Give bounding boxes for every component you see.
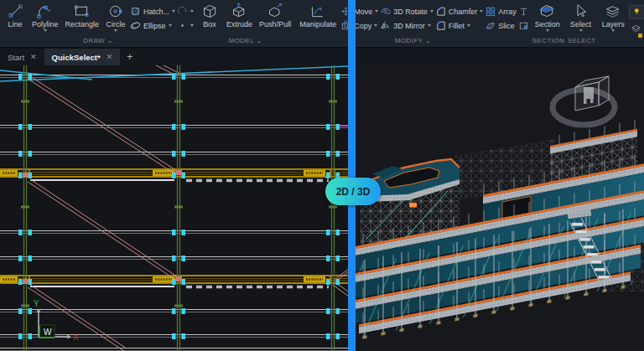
new-tab-button[interactable]: + bbox=[120, 49, 139, 65]
manipulate-icon bbox=[309, 3, 327, 20]
ucs-x-label: X bbox=[73, 333, 79, 342]
chamfer-icon bbox=[435, 6, 446, 17]
button-label: Move bbox=[354, 8, 372, 16]
lookfrom-widget[interactable] bbox=[553, 76, 615, 125]
tab-quickselect[interactable]: QuickSelect* ✕ bbox=[44, 49, 121, 65]
box-icon bbox=[201, 3, 219, 20]
ellipse-button[interactable]: Ellipse bbox=[130, 20, 175, 31]
tab-start-label: Start bbox=[8, 53, 24, 62]
arc-icon bbox=[177, 6, 188, 17]
split-divider[interactable] bbox=[348, 0, 356, 351]
viewport-button[interactable] bbox=[518, 20, 529, 31]
3d-rotate-button[interactable]: 3D Rotate bbox=[380, 6, 434, 17]
button-label: Slice bbox=[498, 22, 515, 30]
chevron-down-icon bbox=[374, 24, 377, 27]
button-label: Line bbox=[8, 21, 22, 28]
ribbon-group-label: SELECT bbox=[568, 36, 596, 46]
select-icon bbox=[572, 3, 589, 20]
close-icon[interactable]: ✕ bbox=[106, 53, 113, 61]
bulb-icon bbox=[633, 8, 642, 17]
scaffold-elevation-drawing: W Y X bbox=[0, 65, 349, 351]
chevron-down-icon bbox=[467, 24, 470, 27]
button-label: Box bbox=[203, 21, 216, 28]
chevron-down-icon bbox=[579, 29, 583, 32]
ribbon-group-label: MODEL ⌄ bbox=[197, 36, 293, 46]
chevron-down-icon bbox=[190, 24, 194, 27]
chevron-down-icon bbox=[44, 29, 47, 32]
extrude-icon bbox=[231, 3, 248, 20]
viewport-icon bbox=[518, 20, 529, 31]
box-button[interactable]: Box bbox=[197, 2, 222, 29]
ribbon-group-modify: ManipulateMoveCopy3D Rotate3D MirrorCham… bbox=[296, 0, 530, 47]
slice-button[interactable]: Slice bbox=[485, 20, 517, 31]
scaffold-posts bbox=[21, 65, 337, 351]
ribbon-group-select: SelectSELECT bbox=[567, 0, 597, 47]
fillet-button[interactable]: Fillet bbox=[435, 20, 484, 31]
tab-quickselect-label: QuickSelect* bbox=[52, 53, 101, 62]
viewport-3d[interactable] bbox=[356, 65, 644, 351]
pin-icon bbox=[518, 6, 529, 17]
move-button[interactable]: Move bbox=[340, 6, 378, 17]
manipulate-button[interactable]: Manipulate bbox=[297, 2, 339, 29]
polyline-button[interactable]: Polyline bbox=[29, 2, 61, 33]
rectangle-icon bbox=[73, 3, 91, 20]
layers-icon bbox=[605, 3, 622, 20]
button-label: Layers bbox=[602, 21, 625, 28]
layer-tool-badge bbox=[638, 34, 642, 38]
viewport-2d[interactable]: W Y X bbox=[0, 65, 349, 351]
section-icon bbox=[538, 3, 556, 20]
ellipse-icon bbox=[130, 20, 141, 31]
3d-mirror-button[interactable]: 3D Mirror bbox=[380, 20, 434, 31]
layers-button[interactable]: Layers bbox=[600, 2, 627, 33]
copy-button[interactable]: Copy bbox=[340, 20, 378, 31]
arc-button[interactable] bbox=[177, 6, 194, 17]
chevron-down-icon bbox=[428, 24, 431, 27]
section-button[interactable]: Section bbox=[532, 2, 563, 33]
ribbon-group-section: SectionSECTION bbox=[532, 0, 565, 47]
button-label: Rectangle bbox=[65, 21, 100, 28]
component-label bbox=[0, 170, 325, 176]
ltool-icon bbox=[631, 23, 641, 34]
layer-dropdown[interactable]: Staircase bbox=[629, 5, 644, 19]
button-label: Push/Pull bbox=[259, 21, 291, 28]
button-label: Chamfer bbox=[449, 8, 478, 16]
line-icon bbox=[7, 3, 24, 20]
ucs-icon: W Y X bbox=[34, 299, 79, 342]
layer-tool-button[interactable] bbox=[631, 22, 641, 37]
array-button[interactable]: Array bbox=[485, 6, 517, 17]
button-label: Copy bbox=[354, 22, 371, 30]
point-button[interactable] bbox=[177, 20, 194, 31]
ribbon-group-label: LAYERS ⌄ bbox=[600, 37, 644, 47]
hatch-button[interactable]: Hatch... bbox=[130, 6, 175, 17]
chevron-down-icon bbox=[430, 10, 434, 13]
circle-button[interactable]: Circle bbox=[103, 2, 128, 33]
select-button[interactable]: Select bbox=[568, 2, 594, 33]
close-icon[interactable]: ✕ bbox=[30, 53, 37, 61]
ucs-y-label: Y bbox=[34, 299, 39, 308]
scaffold-3d-model bbox=[356, 65, 644, 351]
chevron-down-icon bbox=[169, 24, 172, 27]
rectangle-button[interactable]: Rectangle bbox=[63, 2, 102, 29]
extrude-button[interactable]: Extrude bbox=[224, 2, 255, 29]
mirror3d-icon bbox=[380, 20, 391, 31]
tab-start[interactable]: Start ✕ bbox=[0, 49, 44, 65]
button-label: Select bbox=[570, 21, 591, 28]
chevron-down-icon bbox=[611, 29, 615, 32]
button-label: Extrude bbox=[226, 21, 252, 28]
push-pull-button[interactable]: Push/Pull bbox=[257, 2, 293, 29]
2d-3d-toggle-button[interactable]: 2D / 3D bbox=[325, 178, 381, 205]
chamfer-button[interactable]: Chamfer bbox=[435, 6, 484, 17]
diagonal-braces bbox=[28, 65, 349, 351]
pin-button[interactable] bbox=[518, 6, 529, 17]
point-icon bbox=[177, 20, 188, 31]
ribbon-group-model: BoxExtrudePush/PullMODEL ⌄ bbox=[196, 0, 294, 47]
cad-app-window: LinePolylineRectangleCircleHatch...Ellip… bbox=[0, 0, 644, 351]
line-button[interactable]: Line bbox=[3, 2, 28, 29]
chevron-down-icon bbox=[546, 29, 549, 32]
component-label bbox=[0, 276, 325, 282]
slice-icon bbox=[485, 20, 496, 31]
array-icon bbox=[485, 6, 496, 17]
button-label: Circle bbox=[106, 21, 126, 28]
chevron-down-icon bbox=[480, 10, 483, 13]
chevron-down-icon bbox=[172, 10, 175, 13]
